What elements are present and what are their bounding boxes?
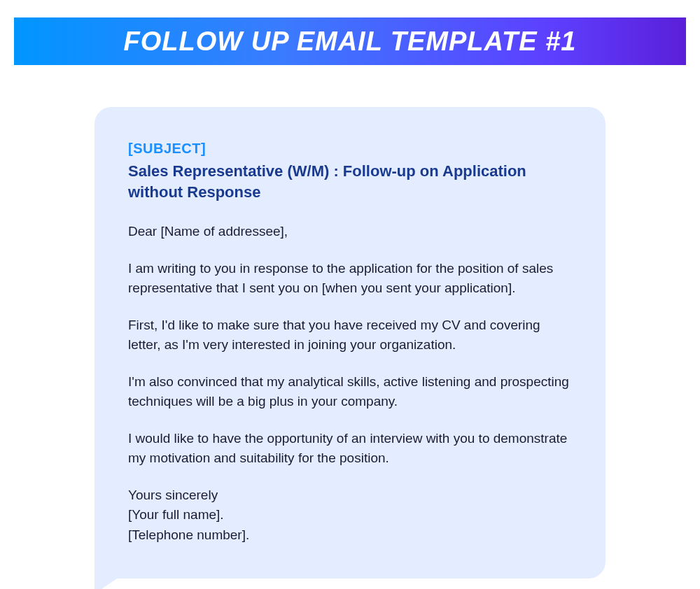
email-greeting: Dear [Name of addressee], bbox=[128, 222, 572, 242]
subject-label: [SUBJECT] bbox=[128, 141, 572, 157]
subject-line: Sales Representative (W/M) : Follow-up o… bbox=[128, 161, 572, 202]
signature-block: Yours sincerely [Your full name]. [Telep… bbox=[128, 485, 572, 546]
email-paragraph: I would like to have the opportunity of … bbox=[128, 429, 572, 469]
email-card-container: [SUBJECT] Sales Representative (W/M) : F… bbox=[94, 107, 606, 579]
email-paragraph: I'm also convinced that my analytical sk… bbox=[128, 372, 572, 412]
header-title: FOLLOW UP EMAIL TEMPLATE #1 bbox=[124, 27, 577, 57]
email-paragraph: First, I'd like to make sure that you ha… bbox=[128, 315, 572, 355]
email-body: Dear [Name of addressee], I am writing t… bbox=[128, 222, 572, 545]
email-closing: Yours sincerely bbox=[128, 485, 572, 506]
signature-name: [Your full name]. bbox=[128, 505, 572, 525]
email-card: [SUBJECT] Sales Representative (W/M) : F… bbox=[94, 107, 606, 579]
email-paragraph: I am writing to you in response to the a… bbox=[128, 259, 572, 299]
signature-phone: [Telephone number]. bbox=[128, 525, 572, 546]
header-bar: FOLLOW UP EMAIL TEMPLATE #1 bbox=[14, 17, 686, 65]
